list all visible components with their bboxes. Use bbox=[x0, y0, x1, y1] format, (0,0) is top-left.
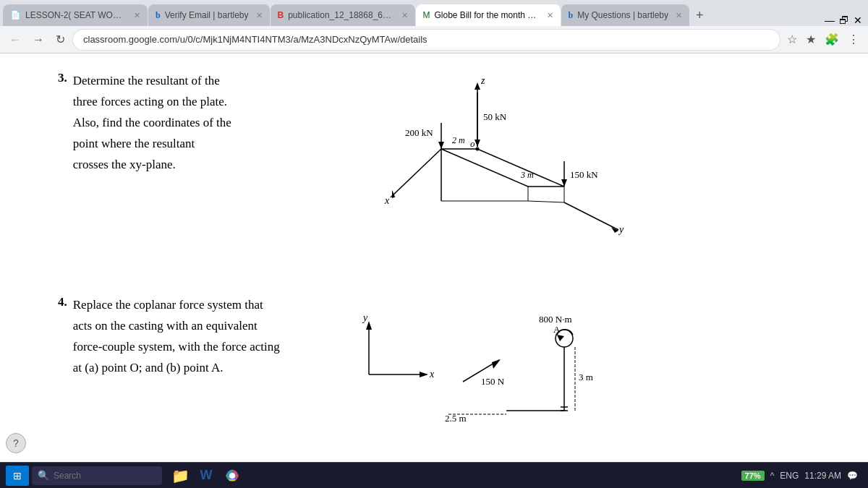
tab-bartleby1[interactable]: b Verify Email | bartleby ✕ bbox=[148, 4, 270, 26]
tab-close-globe[interactable]: ✕ bbox=[547, 11, 553, 20]
profile-icon[interactable]: ★ bbox=[803, 30, 819, 49]
taskbar-app-chrome[interactable] bbox=[220, 465, 244, 487]
svg-line-10 bbox=[528, 201, 564, 202]
problem-4-text: 4. Replace the coplanar force system tha… bbox=[58, 295, 304, 379]
close-icon[interactable]: ✕ bbox=[854, 14, 862, 26]
forward-button[interactable]: → bbox=[29, 30, 48, 49]
battery-badge: 77% bbox=[741, 471, 765, 481]
minimize-icon[interactable]: — bbox=[825, 14, 835, 26]
explorer-icon: 📁 bbox=[171, 467, 190, 484]
addr-right-icons: ☆ ★ 🧩 ⋮ bbox=[784, 30, 862, 49]
p3-line3: Also, find the coordinates of the bbox=[73, 113, 231, 134]
caret-icon: ^ bbox=[770, 471, 775, 481]
restore-icon[interactable]: 🗗 bbox=[839, 14, 849, 26]
extensions-icon[interactable]: 🧩 bbox=[822, 30, 842, 49]
p3-line1: Determine the resultant of the bbox=[73, 71, 231, 92]
svg-marker-26 bbox=[557, 335, 564, 341]
tab-close-publication[interactable]: ✕ bbox=[401, 11, 408, 20]
force-50kn-label: 50 kN bbox=[483, 111, 507, 122]
taskbar-apps: 📁 W bbox=[168, 465, 244, 487]
dim-3m-label: 3 m bbox=[520, 170, 534, 180]
y-axis-label: y bbox=[618, 224, 624, 235]
taskbar-right: 77% ^ ENG 11:29 AM 💬 bbox=[741, 471, 862, 481]
svg-line-17 bbox=[564, 202, 618, 230]
tab-icon-globe: M bbox=[423, 10, 430, 20]
refresh-button[interactable]: ↻ bbox=[52, 30, 69, 49]
tab-label-bartleby1: Verify Email | bartleby bbox=[165, 10, 249, 20]
problem-4-number: 4. bbox=[58, 295, 67, 376]
svg-line-15 bbox=[391, 149, 441, 197]
taskbar-app-word[interactable]: W bbox=[194, 465, 218, 487]
menu-icon[interactable]: ⋮ bbox=[845, 30, 862, 49]
back-button[interactable]: ← bbox=[6, 30, 25, 49]
page-content: 3. Determine the resultant of the three … bbox=[0, 53, 868, 488]
tab-label-publication: publication_12_18868_684.p... bbox=[288, 10, 393, 20]
help-button[interactable]: ? bbox=[6, 433, 26, 453]
problem-3-text: 3. Determine the resultant of the three … bbox=[58, 71, 304, 175]
point-a-label: A bbox=[553, 324, 561, 335]
force-150n-label: 150 N bbox=[481, 376, 505, 387]
p3-line5: crosses the xy-plane. bbox=[73, 155, 231, 176]
taskbar-search-input[interactable] bbox=[54, 471, 155, 481]
notification-icon[interactable]: 💬 bbox=[847, 471, 858, 481]
time-label: 11:29 AM bbox=[804, 471, 841, 481]
p4-line4: at (a) point O; and (b) point A. bbox=[73, 358, 280, 379]
p3-line2: three forces acting on the plate. bbox=[73, 92, 231, 113]
o-label: o bbox=[470, 138, 475, 149]
taskbar: ⊞ 🔍 📁 W 77% bbox=[0, 462, 868, 488]
svg-marker-5 bbox=[441, 149, 564, 187]
bookmark-icon[interactable]: ☆ bbox=[784, 30, 800, 49]
tab-publication[interactable]: B publication_12_18868_684.p... ✕ bbox=[271, 4, 415, 26]
tab-close-bartleby2[interactable]: ✕ bbox=[676, 11, 682, 20]
dim-2m-label: 2 m bbox=[452, 135, 465, 145]
diagram-4: y x 150 N A 800 N·m bbox=[333, 295, 810, 440]
problem-3-number: 3. bbox=[58, 71, 67, 172]
x-axis-label: x bbox=[384, 195, 390, 206]
problem-4: 4. Replace the coplanar force system tha… bbox=[58, 295, 810, 440]
tab-icon-bartleby1: b bbox=[156, 10, 161, 21]
tab-globe[interactable]: M Globe Bill for the month of A... ✕ bbox=[416, 4, 561, 26]
tab-label-globe: Globe Bill for the month of A... bbox=[435, 10, 540, 20]
address-bar: ← → ↻ ☆ ★ 🧩 ⋮ bbox=[0, 26, 868, 53]
chrome-icon bbox=[225, 468, 239, 483]
problem-3: 3. Determine the resultant of the three … bbox=[58, 71, 810, 273]
tab-bartleby2[interactable]: b My Questions | bartleby ✕ bbox=[561, 4, 690, 26]
svg-marker-24 bbox=[492, 359, 501, 369]
tab-label-bartleby2: My Questions | bartleby bbox=[577, 10, 668, 20]
force-200kn-label: 200 kN bbox=[405, 127, 433, 138]
word-icon: W bbox=[200, 468, 213, 483]
svg-marker-3 bbox=[475, 140, 480, 147]
p4-line2: acts on the casting with an equivalent bbox=[73, 316, 280, 337]
taskbar-app-explorer[interactable]: 📁 bbox=[168, 465, 192, 487]
p3-line4: point where the resultant bbox=[73, 134, 231, 155]
tab-icon-bartleby2: b bbox=[569, 10, 574, 21]
new-tab-button[interactable]: + bbox=[690, 4, 710, 26]
p4-line1: Replace the coplanar force system that bbox=[73, 295, 280, 316]
dim-3m-label-4: 3 m bbox=[579, 372, 593, 382]
svg-marker-12 bbox=[438, 142, 444, 149]
moment-label: 800 N·m bbox=[539, 314, 572, 325]
p4-line3: force-couple system, with the force acti… bbox=[73, 337, 280, 358]
browser-frame: 📄 LESSON-2( SEAT WORK, PRO... ✕ b Verify… bbox=[0, 0, 868, 488]
tab-icon-lesson: 📄 bbox=[10, 10, 21, 20]
address-input[interactable] bbox=[73, 30, 780, 50]
svg-marker-16 bbox=[388, 190, 397, 200]
x-axis-label-4: x bbox=[429, 369, 435, 380]
search-icon: 🔍 bbox=[38, 470, 49, 481]
svg-marker-1 bbox=[475, 82, 480, 90]
windows-icon: ⊞ bbox=[13, 470, 22, 481]
taskbar-search[interactable]: 🔍 bbox=[32, 466, 162, 485]
lang-label: ENG bbox=[780, 471, 799, 481]
y-axis-label-4: y bbox=[362, 312, 368, 323]
tab-lesson[interactable]: 📄 LESSON-2( SEAT WORK, PRO... ✕ bbox=[3, 4, 148, 26]
force-150kn-label: 150 kN bbox=[570, 169, 598, 180]
z-axis-label: z bbox=[480, 75, 485, 86]
svg-point-34 bbox=[229, 473, 235, 479]
start-button[interactable]: ⊞ bbox=[6, 466, 29, 486]
tab-close-bartleby1[interactable]: ✕ bbox=[256, 11, 263, 20]
tab-close-lesson[interactable]: ✕ bbox=[134, 11, 140, 20]
diagram-3: z 50 kN o bbox=[333, 71, 810, 273]
svg-marker-22 bbox=[420, 372, 428, 377]
tab-icon-publication: B bbox=[278, 10, 284, 20]
tab-label-lesson: LESSON-2( SEAT WORK, PRO... bbox=[25, 10, 127, 20]
